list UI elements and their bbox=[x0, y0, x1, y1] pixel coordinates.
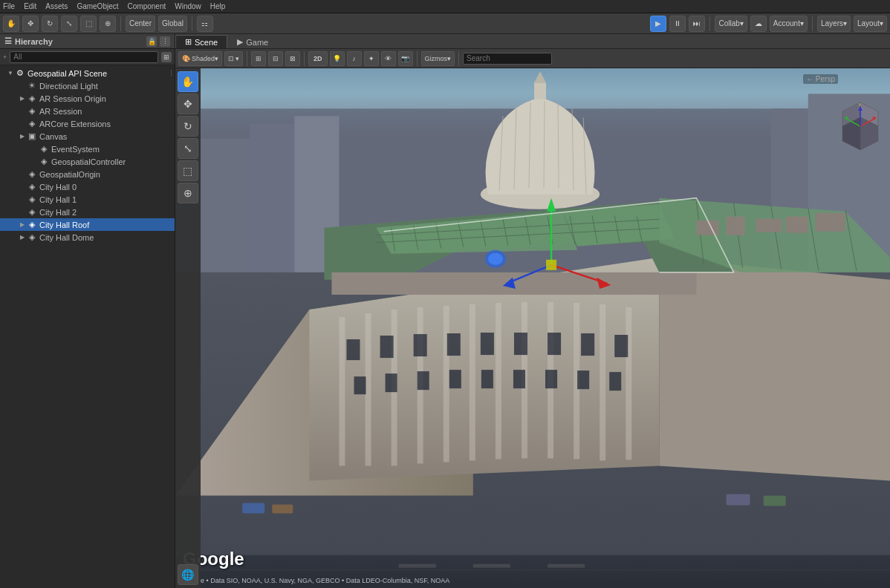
root-icon: ⚙ bbox=[15, 68, 25, 79]
svg-rect-80 bbox=[581, 333, 594, 356]
svg-rect-75 bbox=[414, 334, 427, 356]
scene-sep-3 bbox=[417, 51, 418, 66]
tree-geospatial-controller[interactable]: ▶ ◈ GeospatialController bbox=[0, 155, 175, 168]
canvas-arrow: ▶ bbox=[18, 132, 27, 141]
rect-tool-btn[interactable]: ⬚ bbox=[80, 16, 97, 32]
toolbar-sep-2 bbox=[192, 16, 192, 31]
scene-grid-btn[interactable]: ⊟ bbox=[268, 51, 283, 66]
scene-snap-btn[interactable]: ⊠ bbox=[285, 51, 300, 66]
scene-effects-btn[interactable]: ✦ bbox=[364, 51, 379, 66]
hierarchy-search-btn[interactable]: ⊞ bbox=[161, 52, 172, 62]
svg-rect-78 bbox=[514, 333, 527, 355]
ae-icon: ◈ bbox=[27, 119, 37, 129]
cloud-btn[interactable]: ☁ bbox=[750, 16, 767, 32]
tree-directional-light[interactable]: ▶ ☀ Directional Light bbox=[0, 79, 175, 92]
canvas-icon: ▣ bbox=[27, 131, 37, 142]
menu-window[interactable]: Window bbox=[175, 2, 201, 10]
scene-view-btn[interactable]: ⊡ ▾ bbox=[224, 51, 243, 66]
shading-icon: 🎨 bbox=[182, 55, 190, 62]
search-icon: + bbox=[3, 53, 7, 61]
snap-btn[interactable]: ⚏ bbox=[197, 16, 213, 32]
hand-tool-btn[interactable]: ✋ bbox=[3, 16, 19, 32]
tree-city-hall-1[interactable]: ▶ ◈ City Hall 1 bbox=[0, 193, 175, 206]
global-btn[interactable]: Global bbox=[158, 16, 187, 32]
svg-point-65 bbox=[488, 253, 503, 265]
tree-ar-session-origin[interactable]: ▶ ◈ AR Session Origin bbox=[0, 92, 175, 105]
svg-rect-94 bbox=[242, 503, 264, 513]
svg-rect-95 bbox=[272, 504, 293, 513]
scene-viewport[interactable]: ✋ ✥ ↻ ⤡ ⬚ ⊕ 🌐 ← Persp bbox=[175, 68, 890, 588]
move-scene-tool[interactable]: ✥ bbox=[178, 94, 198, 114]
chr-label: City Hall Roof bbox=[39, 220, 89, 229]
layout-btn[interactable]: Layout▾ bbox=[854, 16, 887, 32]
view-icon: ⊡ bbox=[228, 55, 234, 62]
hand-scene-tool[interactable]: ✋ bbox=[178, 71, 198, 92]
scene-visibility-btn[interactable]: 👁 bbox=[381, 51, 396, 66]
transform-scene-tool[interactable]: ⊕ bbox=[178, 183, 198, 203]
tree-ar-session[interactable]: ▶ ◈ AR Session bbox=[0, 105, 175, 117]
step-btn[interactable]: ⏭ bbox=[689, 16, 705, 32]
chd-icon: ◈ bbox=[27, 232, 37, 243]
scene-overlay-btn[interactable]: ⊞ bbox=[251, 51, 266, 66]
game-tab[interactable]: ▶ Game bbox=[227, 35, 278, 48]
svg-rect-77 bbox=[481, 333, 494, 355]
tree-city-hall-2[interactable]: ▶ ◈ City Hall 2 bbox=[0, 206, 175, 218]
gizmos-btn[interactable]: Gizmos▾ bbox=[421, 51, 455, 66]
toolbar-sep-3 bbox=[709, 16, 710, 31]
as-label: AR Session bbox=[39, 107, 82, 116]
rotate-scene-tool[interactable]: ↻ bbox=[178, 116, 198, 137]
tree-arcore-ext[interactable]: ▶ ◈ ARCore Extensions bbox=[0, 117, 175, 130]
rect-scene-tool[interactable]: ⬚ bbox=[178, 160, 198, 181]
pivot-btn[interactable]: Center bbox=[126, 16, 155, 32]
menu-assets[interactable]: Assets bbox=[45, 2, 68, 10]
world-scene-tool[interactable]: 🌐 bbox=[178, 564, 198, 585]
ch1-icon: ◈ bbox=[27, 195, 37, 205]
scene-2d-btn[interactable]: 2D bbox=[308, 51, 328, 66]
tree-city-hall-dome[interactable]: ▶ ◈ City Hall Dome bbox=[0, 231, 175, 244]
scene-camera-btn[interactable]: 📷 bbox=[398, 51, 413, 66]
go-label: GeospatialOrigin bbox=[39, 170, 100, 179]
menu-component[interactable]: Component bbox=[128, 2, 166, 10]
pivot-label: Center bbox=[129, 19, 152, 27]
attribution-content: Google • Data SIO, NOAA, U.S. Navy, NGA,… bbox=[183, 577, 449, 584]
ch0-label: City Hall 0 bbox=[39, 183, 77, 192]
tree-city-hall-0[interactable]: ▶ ◈ City Hall 0 bbox=[0, 180, 175, 193]
tree-event-system[interactable]: ▶ ◈ EventSystem bbox=[0, 143, 175, 155]
menu-edit[interactable]: Edit bbox=[24, 2, 36, 10]
nav-cube[interactable]: y bbox=[835, 99, 886, 150]
scene-search-input[interactable] bbox=[463, 53, 552, 65]
menu-gameobject[interactable]: GameObject bbox=[77, 2, 118, 10]
pause-btn[interactable]: ⏸ bbox=[669, 16, 686, 32]
account-btn[interactable]: Account▾ bbox=[770, 16, 808, 32]
svg-rect-96 bbox=[727, 494, 750, 505]
tree-root[interactable]: ▼ ⚙ Geospatial API Scene ⋮ bbox=[0, 67, 175, 79]
play-btn[interactable]: ▶ bbox=[650, 16, 666, 32]
main-toolbar: ✋ ✥ ↻ ⤡ ⬚ ⊕ Center Global ⚏ ▶ ⏸ ⏭ Collab… bbox=[0, 13, 890, 34]
svg-rect-74 bbox=[380, 336, 394, 358]
scene-light-btn[interactable]: 💡 bbox=[330, 51, 345, 66]
root-more[interactable]: ⋮ bbox=[168, 70, 175, 77]
layers-btn[interactable]: Layers▾ bbox=[817, 16, 851, 32]
transform-tool-btn[interactable]: ⊕ bbox=[100, 16, 116, 32]
hierarchy-lock-btn[interactable]: 🔒 bbox=[146, 36, 157, 47]
hierarchy-search-input[interactable] bbox=[10, 51, 158, 63]
collab-btn[interactable]: Collab▾ bbox=[715, 16, 747, 32]
tree-canvas[interactable]: ▶ ▣ Canvas bbox=[0, 130, 175, 143]
scene-tab[interactable]: ⊞ Scene bbox=[175, 35, 227, 48]
scene-audio-btn[interactable]: ♪ bbox=[347, 51, 362, 66]
as-icon: ◈ bbox=[27, 106, 37, 117]
move-tool-btn[interactable]: ✥ bbox=[22, 16, 39, 32]
hierarchy-more-btn[interactable]: ⋮ bbox=[160, 36, 170, 47]
menu-file[interactable]: File bbox=[3, 2, 15, 10]
tree-city-hall-roof[interactable]: ▶ ◈ City Hall Roof bbox=[0, 218, 175, 231]
svg-rect-13 bbox=[339, 317, 345, 466]
tree-geospatial-origin[interactable]: ▶ ◈ GeospatialOrigin bbox=[0, 168, 175, 180]
rotate-tool-btn[interactable]: ↻ bbox=[42, 16, 58, 32]
gizmos-label: Gizmos▾ bbox=[425, 55, 452, 62]
dl-icon: ☀ bbox=[27, 81, 37, 91]
scale-scene-tool[interactable]: ⤡ bbox=[178, 138, 198, 159]
root-arrow: ▼ bbox=[6, 69, 15, 78]
shading-btn[interactable]: 🎨 Shaded▾ bbox=[178, 51, 222, 66]
scale-tool-btn[interactable]: ⤡ bbox=[61, 16, 77, 32]
menu-help[interactable]: Help bbox=[210, 2, 226, 10]
